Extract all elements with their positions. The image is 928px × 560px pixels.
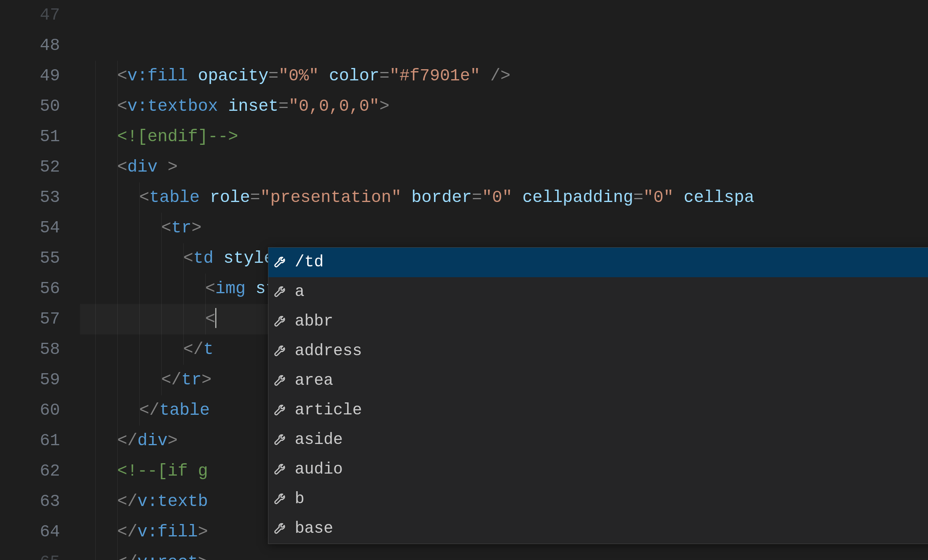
autocomplete-item[interactable]: article (268, 396, 928, 425)
indent-guide (95, 334, 96, 365)
token-tag: v:fill (137, 522, 198, 542)
token-punct: = (472, 188, 482, 207)
autocomplete-item-label: aside (295, 425, 928, 455)
autocomplete-item[interactable]: base (268, 514, 928, 544)
token-attr: role (210, 188, 250, 207)
autocomplete-item[interactable]: abbr (268, 307, 928, 336)
indent-guide (117, 152, 118, 182)
indent-guide (139, 182, 140, 213)
indent-guide (139, 213, 140, 243)
wrench-icon (273, 314, 288, 329)
code-text: </v:textb (80, 492, 208, 511)
autocomplete-item-label: /td (295, 247, 928, 278)
token-attr: opacity (198, 66, 268, 86)
token-punct: > (202, 370, 212, 390)
token-string: "presentation" (260, 188, 402, 207)
token-tag: tr (171, 218, 191, 238)
indent-guide (139, 395, 140, 426)
indent-guide (117, 365, 118, 395)
token-text (188, 66, 198, 86)
code-text: < (80, 310, 216, 329)
indent-guide (161, 243, 162, 274)
indent-guide (139, 274, 140, 304)
indent-guide (95, 274, 96, 304)
token-punct: > (198, 522, 208, 542)
token-tag: v:textb (137, 492, 208, 511)
autocomplete-item[interactable]: a (268, 277, 928, 307)
token-tag: v:rect (137, 553, 198, 560)
code-area[interactable]: <v:fill opacity="0%" color="#f7901e" /><… (80, 0, 928, 560)
wrench-icon (273, 462, 288, 477)
code-text: <div > (80, 158, 178, 177)
indent-guide (183, 334, 184, 365)
token-text (158, 158, 168, 177)
indent-guide (95, 91, 96, 122)
line-number: 59 (0, 365, 60, 395)
token-punct: = (268, 66, 278, 86)
code-text: <v:textbox inset="0,0,0,0"> (80, 97, 390, 116)
indent-guide (117, 486, 118, 517)
code-line[interactable]: <v:fill opacity="0%" color="#f7901e" /> (80, 61, 928, 91)
token-text (200, 188, 210, 207)
indent-guide (95, 213, 96, 243)
token-punct: > (168, 158, 178, 177)
token-punct: = (379, 66, 389, 86)
indent-guide (117, 243, 118, 274)
autocomplete-item[interactable]: audio (268, 455, 928, 484)
wrench-icon (273, 522, 288, 536)
code-line[interactable]: <table role="presentation" border="0" ce… (80, 182, 928, 213)
token-punct: < (139, 188, 149, 207)
token-text (401, 188, 411, 207)
token-tag: img (215, 279, 246, 298)
code-editor[interactable]: 47484950515253545556575859606162636465 <… (0, 0, 928, 560)
token-text (512, 188, 522, 207)
code-text: <![endif]--> (80, 127, 238, 146)
token-tag: t (203, 340, 213, 359)
token-tag: td (193, 249, 213, 268)
autocomplete-popup[interactable]: /td a abbr address area article aside au… (268, 247, 928, 544)
line-number: 58 (0, 334, 60, 365)
token-tag: tr (181, 370, 201, 390)
indent-guide (183, 243, 184, 274)
code-line[interactable]: <![endif]--> (80, 122, 928, 152)
token-punct: < (117, 158, 127, 177)
code-text: </v:fill> (80, 522, 208, 542)
code-line[interactable]: <v:textbox inset="0,0,0,0"> (80, 91, 928, 122)
token-string: "0,0,0,0" (289, 97, 380, 116)
indent-guide (161, 334, 162, 365)
line-number: 52 (0, 152, 60, 182)
autocomplete-item[interactable]: /td (268, 248, 928, 277)
indent-guide (117, 122, 118, 152)
token-comment: <!--[if g (117, 462, 208, 481)
code-text: <v:fill opacity="0%" color="#f7901e" /> (80, 66, 510, 86)
code-text: </v:rect> (80, 553, 208, 560)
wrench-icon (273, 344, 288, 358)
code-line[interactable]: </v:rect> (80, 547, 928, 560)
line-number: 47 (0, 0, 60, 30)
token-punct: = (278, 97, 288, 116)
line-number: 65 (0, 547, 60, 560)
autocomplete-item-label: audio (295, 454, 928, 485)
autocomplete-item[interactable]: aside (268, 425, 928, 455)
token-text (674, 188, 684, 207)
indent-guide (117, 274, 118, 304)
line-number: 63 (0, 486, 60, 517)
wrench-icon (273, 492, 288, 506)
indent-guide (117, 547, 118, 560)
token-punct: </ (117, 431, 137, 450)
token-punct: < (117, 66, 127, 86)
code-line[interactable]: <div > (80, 152, 928, 182)
autocomplete-item[interactable]: address (268, 336, 928, 366)
autocomplete-item[interactable]: area (268, 366, 928, 396)
line-number: 55 (0, 243, 60, 274)
indent-guide (205, 274, 206, 304)
autocomplete-item[interactable]: b (268, 484, 928, 514)
line-number: 62 (0, 456, 60, 486)
indent-guide (117, 426, 118, 456)
code-line[interactable]: <tr> (80, 213, 928, 243)
token-punct: </ (161, 370, 181, 390)
token-attr: cellpadding (522, 188, 633, 207)
token-string: "0" (643, 188, 674, 207)
autocomplete-item-label: abbr (295, 306, 928, 337)
line-number: 48 (0, 30, 60, 61)
